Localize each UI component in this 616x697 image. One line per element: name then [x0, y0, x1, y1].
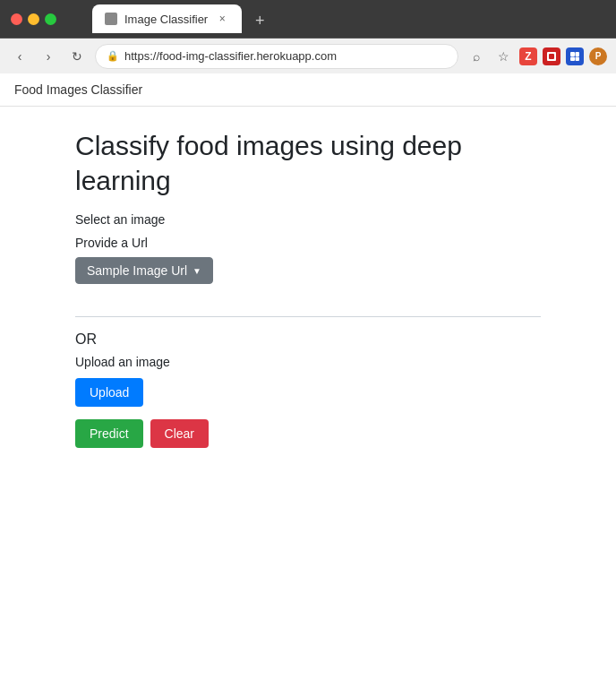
svg-rect-2 [570, 52, 575, 56]
tab-label: Image Classifier [124, 13, 208, 26]
refresh-icon: ↻ [72, 49, 82, 64]
url-input[interactable] [75, 291, 541, 313]
svg-rect-4 [570, 56, 575, 61]
select-image-label: Select an image [75, 212, 541, 227]
search-icon[interactable]: ⌕ [466, 46, 487, 67]
predict-button[interactable]: Predict [75, 419, 143, 448]
extension-icon-4[interactable]: P [589, 47, 607, 65]
provide-url-label: Provide a Url [75, 236, 541, 250]
page-main: Classify food images using deep learning… [0, 107, 616, 469]
action-buttons: Predict Clear [75, 419, 541, 448]
dropdown-label-text: Sample Image Url [87, 263, 187, 278]
page-header: Food Images Classifier [0, 73, 616, 107]
url-text: https://food-img-classifier.herokuapp.co… [124, 49, 337, 63]
browser-chrome: Image Classifier × + ‹ › ↻ 🔒 https://foo… [0, 0, 616, 73]
upload-label: Upload an image [75, 355, 541, 369]
svg-rect-5 [576, 56, 580, 61]
svg-rect-1 [549, 54, 554, 59]
lock-icon: 🔒 [107, 50, 119, 62]
bookmark-icon[interactable]: ☆ [492, 46, 514, 67]
maximize-traffic-light[interactable] [45, 13, 56, 25]
refresh-button[interactable]: ↻ [66, 46, 88, 67]
page-header-title: Food Images Classifier [14, 82, 142, 97]
forward-icon: › [47, 49, 51, 64]
tab-favicon [105, 13, 117, 25]
extension-icon-1[interactable]: Z [519, 47, 537, 65]
address-field[interactable]: 🔒 https://food-img-classifier.herokuapp.… [95, 44, 458, 69]
page-title: Classify food images using deep learning [75, 128, 541, 198]
new-tab-button[interactable]: + [247, 8, 272, 33]
extension-icon-2[interactable] [543, 47, 560, 65]
active-tab[interactable]: Image Classifier × [92, 4, 242, 33]
svg-rect-3 [576, 52, 580, 56]
title-bar: Image Classifier × + [0, 0, 616, 38]
address-bar-row: ‹ › ↻ 🔒 https://food-img-classifier.hero… [0, 38, 616, 73]
clear-button[interactable]: Clear [150, 419, 209, 448]
minimize-traffic-light[interactable] [28, 13, 39, 25]
sample-image-url-dropdown[interactable]: Sample Image Url ▼ [75, 257, 213, 284]
page-content: Food Images Classifier Classify food ima… [0, 73, 616, 697]
forward-button[interactable]: › [38, 46, 59, 67]
close-traffic-light[interactable] [11, 13, 22, 25]
dropdown-caret-icon: ▼ [192, 266, 201, 276]
traffic-lights [11, 13, 56, 25]
or-divider: OR [75, 331, 541, 348]
tab-close-button[interactable]: × [215, 12, 229, 26]
tab-bar: Image Classifier × + [81, 4, 283, 33]
url-input-row [75, 291, 541, 317]
toolbar-icons: ⌕ ☆ Z P [466, 46, 607, 67]
back-button[interactable]: ‹ [9, 46, 30, 67]
upload-button[interactable]: Upload [75, 378, 143, 407]
extension-icon-3[interactable] [566, 47, 584, 65]
back-icon: ‹ [18, 49, 22, 64]
